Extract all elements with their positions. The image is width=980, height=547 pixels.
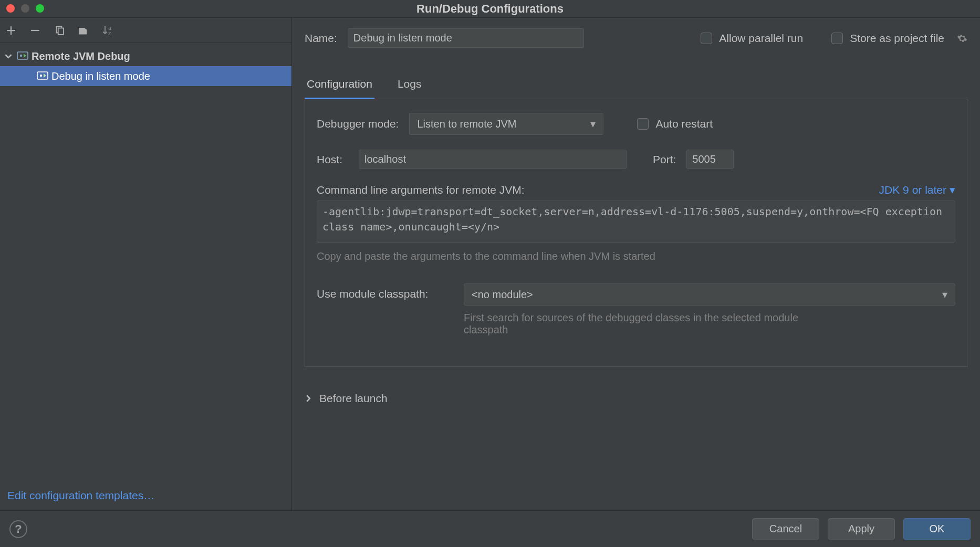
cancel-button[interactable]: Cancel [752,518,819,540]
tab-configuration[interactable]: Configuration [305,78,374,99]
edit-templates-area: Edit configuration templates… [0,489,291,510]
add-configuration-button[interactable] [5,25,17,36]
configuration-tab-pane: Debugger mode: Listen to remote JVM ▾ Au… [305,99,967,367]
module-classpath-row: Use module classpath: <no module> ▾ Firs… [317,283,955,336]
chevron-down-icon: ▾ [590,118,596,130]
jdk-version-select[interactable]: JDK 9 or later ▾ [879,184,955,196]
store-as-project-file-label: Store as project file [850,32,944,45]
svg-text:z: z [108,30,111,35]
debugger-mode-row: Debugger mode: Listen to remote JVM ▾ Au… [317,113,955,135]
configurations-sidebar: az Remote JVM Debug Debug in listen mode [0,18,292,510]
run-config-group-icon [17,51,28,61]
maximize-window-button[interactable] [36,4,44,13]
dialog-footer: ? Cancel Apply OK [0,510,980,547]
cmd-args-textarea[interactable] [317,201,955,243]
auto-restart-checkbox[interactable]: Auto restart [635,117,713,131]
window-titlebar: Run/Debug Configurations [0,0,980,18]
jdk-version-label: JDK 9 or later [879,184,946,196]
store-options-gear-icon[interactable] [957,33,967,44]
config-item-label: Debug in listen mode [51,70,150,82]
port-label: Port: [653,153,676,166]
close-window-button[interactable] [6,4,15,13]
run-config-icon [37,71,48,81]
before-launch-label: Before launch [319,392,388,405]
config-tabs: Configuration Logs [305,77,967,99]
window-title: Run/Debug Configurations [416,2,564,16]
remove-configuration-button[interactable] [29,25,41,36]
window-traffic-lights [6,4,44,13]
module-classpath-label: Use module classpath: [317,283,453,300]
tab-logs[interactable]: Logs [395,78,424,99]
apply-button[interactable]: Apply [828,518,895,540]
chevron-right-icon [305,395,312,402]
allow-parallel-run-label: Allow parallel run [719,32,803,45]
svg-point-7 [40,75,42,77]
svg-point-5 [20,55,22,57]
config-group-label: Remote JVM Debug [32,50,130,62]
module-classpath-hint: First search for sources of the debugged… [464,312,842,336]
allow-parallel-run-checkbox[interactable]: Allow parallel run [698,31,803,46]
debugger-mode-select[interactable]: Listen to remote JVM ▾ [409,113,603,135]
ok-button[interactable]: OK [903,518,971,540]
name-row: Name: Allow parallel run Store as projec… [305,28,967,48]
chevron-down-icon: ▾ [942,288,947,301]
before-launch-section[interactable]: Before launch [305,392,967,405]
host-input[interactable] [359,150,627,169]
copy-configuration-button[interactable] [54,25,65,36]
debugger-mode-value: Listen to remote JVM [417,118,516,130]
name-input[interactable] [348,28,584,48]
svg-rect-1 [58,28,64,34]
config-item-debug-listen-mode[interactable]: Debug in listen mode [0,66,291,86]
help-button[interactable]: ? [9,520,27,538]
name-label: Name: [305,32,337,45]
sort-alpha-button[interactable]: az [102,25,113,36]
cmd-args-label: Command line arguments for remote JVM: [317,184,525,196]
module-classpath-value: <no module> [472,289,533,301]
host-port-row: Host: Port: [317,150,955,169]
sidebar-toolbar: az [0,18,291,43]
port-input[interactable] [686,150,734,169]
store-as-project-file-checkbox[interactable]: Store as project file [829,31,944,46]
save-configuration-button[interactable] [78,25,89,36]
chevron-down-icon [3,52,14,60]
minimize-window-button[interactable] [21,4,29,13]
module-classpath-select[interactable]: <no module> ▾ [464,283,955,306]
configurations-tree: Remote JVM Debug Debug in listen mode [0,43,291,489]
chevron-down-icon: ▾ [950,184,955,196]
configuration-panel: Name: Allow parallel run Store as projec… [292,18,980,510]
cmd-args-hint: Copy and paste the arguments to the comm… [317,250,955,262]
cmd-args-header-row: Command line arguments for remote JVM: J… [317,184,955,196]
debugger-mode-label: Debugger mode: [317,118,399,130]
edit-templates-link[interactable]: Edit configuration templates… [7,489,154,501]
auto-restart-label: Auto restart [655,118,713,130]
config-group-remote-jvm-debug[interactable]: Remote JVM Debug [0,46,291,66]
host-label: Host: [317,153,348,166]
